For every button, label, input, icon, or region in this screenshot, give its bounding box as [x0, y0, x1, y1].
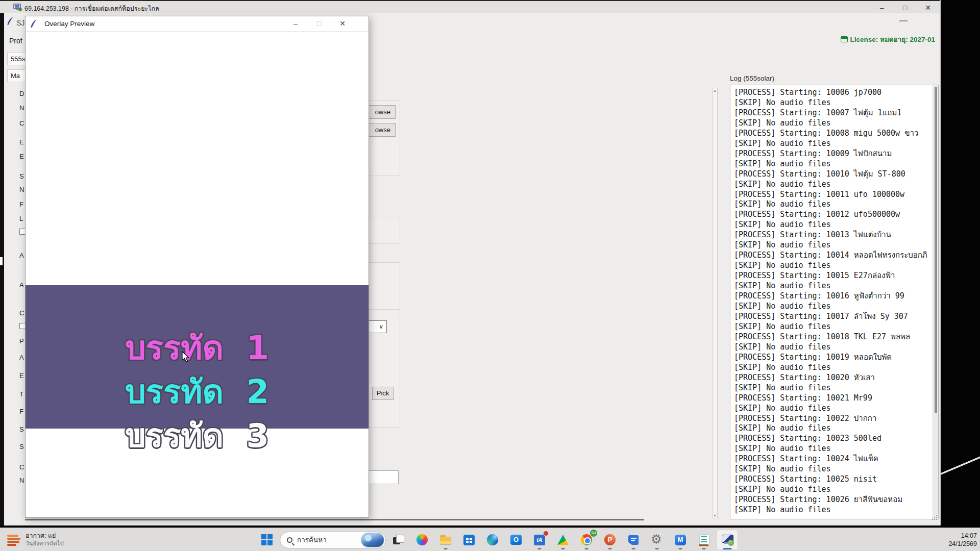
overlay-line: บรรทัด 3: [26, 414, 369, 458]
running-indicator: [723, 548, 732, 549]
rdp-minimize-button[interactable]: –: [873, 2, 891, 14]
tab-fragment-Ma[interactable]: Ma: [7, 69, 28, 82]
overlay-preview-window: Overlay Preview – □ ✕ บรรทัด 1บรรทัด 2บร…: [25, 16, 369, 518]
copilot-button[interactable]: [411, 530, 433, 550]
edge-icon: [486, 533, 499, 546]
running-indicator: [632, 548, 635, 549]
widgets-button[interactable]: อากาศ: แย่ วันอังคารถัดไป: [4, 530, 121, 550]
label-fragment: S: [19, 425, 24, 433]
tab-fragment-555s[interactable]: 555s: [7, 53, 28, 65]
taskbar: อากาศ: แย่ วันอังคารถัดไป การค้นหาOIASJP…: [0, 528, 980, 551]
label-fragment: A: [19, 354, 24, 361]
running-indicator: [702, 548, 706, 549]
store-icon: [462, 533, 476, 546]
log-panel-title: Log (555solar): [730, 74, 774, 82]
pick-color-button[interactable]: Pick: [372, 387, 394, 400]
start-button[interactable]: [256, 530, 278, 550]
chrome-button[interactable]: SJ: [576, 530, 597, 550]
wallpaper-line: [937, 455, 980, 477]
notepad-icon: [697, 533, 710, 546]
clock-time: 14:07: [937, 532, 977, 540]
overlay-close-button[interactable]: ✕: [332, 16, 353, 32]
label-fragment: S: [19, 443, 24, 450]
rdp-maximize-button[interactable]: □: [896, 2, 914, 14]
label-fragment: N: [19, 186, 24, 193]
notepad-button[interactable]: [693, 530, 715, 550]
outlook-icon: O: [509, 533, 523, 546]
running-indicator: [655, 548, 659, 549]
ia-app-button[interactable]: IA: [529, 530, 550, 550]
main-scrollbar[interactable]: ▲ ▼: [712, 88, 718, 518]
subtitle-lines: บรรทัด 1บรรทัด 2บรรทัด 3: [26, 326, 369, 458]
overlay-line: บรรทัด 2: [26, 370, 369, 414]
scroll-down-icon[interactable]: ▼: [713, 514, 717, 517]
m-app-button[interactable]: M: [670, 530, 691, 550]
google-drive-button[interactable]: [552, 530, 574, 550]
mouse-cursor: [182, 351, 190, 363]
remote-desktop-button[interactable]: [717, 530, 738, 550]
start-icon: [260, 533, 274, 546]
label-fragment: C: [19, 119, 24, 127]
running-indicator: [561, 548, 565, 549]
search-highlight-image[interactable]: [361, 533, 384, 547]
task-view-button[interactable]: [388, 530, 409, 550]
resize-grip[interactable]: [932, 514, 938, 520]
powerpoint-button[interactable]: P: [599, 530, 621, 550]
chevron-down-icon: ∨: [379, 323, 383, 330]
label-fragment: F: [19, 201, 23, 208]
log-output[interactable]: [PROCESS] Starting: 10006 jp7000 [SKIP] …: [730, 85, 933, 519]
screen: 69.164.253.198 - การเชื่อมต่อเดสก์ท็อประ…: [0, 0, 980, 551]
label-fragment: P: [19, 337, 24, 345]
label-fragment: E: [19, 138, 24, 146]
weather-subtext: วันอังคารถัดไป: [26, 540, 64, 547]
label-fragment: F: [19, 408, 23, 415]
label-fragment: S: [19, 172, 24, 180]
running-indicator: [679, 548, 682, 549]
overlay-window-title: Overlay Preview: [44, 20, 94, 28]
outlook-button[interactable]: O: [505, 530, 527, 550]
taskbar-icons: การค้นหาOIASJPM: [256, 529, 738, 550]
clock-date: 24/1/2569: [937, 540, 977, 548]
remote-desktop-connection-icon: [13, 3, 22, 12]
label-fragment: T: [19, 390, 23, 398]
log-scrollbar[interactable]: [933, 85, 938, 519]
rdp-titlebar[interactable]: 69.164.253.198 - การเชื่อมต่อเดสก์ท็อประ…: [0, 0, 940, 13]
app-feather-icon: [6, 16, 14, 27]
label-fragment: N: [19, 104, 24, 112]
label-fragment: E: [19, 372, 24, 380]
task-view-icon: [392, 533, 405, 546]
log-scrollbar-thumb[interactable]: [935, 87, 937, 413]
copilot-icon: [415, 533, 429, 546]
rdp-close-button[interactable]: ✕: [919, 2, 937, 14]
search-placeholder: การค้นหา: [297, 534, 356, 545]
label-fragment: C: [19, 463, 24, 471]
settings-button[interactable]: [646, 530, 668, 550]
label-fragment: C: [19, 309, 24, 317]
overlay-minimize-button[interactable]: –: [285, 16, 306, 32]
label-fragment: N: [19, 477, 24, 484]
running-indicator: [608, 548, 612, 549]
projector-button[interactable]: [623, 530, 644, 550]
file-explorer-button[interactable]: [435, 530, 456, 550]
rdp-window-title: 69.164.253.198 - การเชื่อมต่อเดสก์ท็อประ…: [24, 4, 159, 14]
edge-button[interactable]: [482, 530, 503, 550]
profile-badge: SJ: [590, 530, 597, 537]
label-fragment: Prof: [9, 37, 22, 45]
label-fragment: A: [19, 281, 24, 289]
remote-desktop-icon: [721, 533, 734, 546]
taskbar-clock[interactable]: 14:07 24/1/2569: [937, 532, 977, 548]
running-indicator: [444, 548, 448, 549]
scroll-up-icon[interactable]: ▲: [713, 89, 717, 92]
search-box[interactable]: การค้นหา: [280, 532, 386, 548]
app-minimize-button[interactable]: [899, 20, 908, 21]
overlay-maximize-button[interactable]: □: [308, 16, 330, 32]
session-edge: [0, 13, 4, 525]
google-drive-icon: [556, 533, 570, 546]
overlay-titlebar[interactable]: Overlay Preview – □ ✕: [26, 16, 369, 32]
label-fragment: D: [19, 90, 24, 97]
store-button[interactable]: [458, 530, 480, 550]
running-indicator: [538, 548, 542, 549]
log-panel: [PROCESS] Starting: 10006 jp7000 [SKIP] …: [730, 85, 939, 519]
horizontal-scrollbar[interactable]: [25, 519, 644, 520]
license-icon: [841, 36, 848, 42]
